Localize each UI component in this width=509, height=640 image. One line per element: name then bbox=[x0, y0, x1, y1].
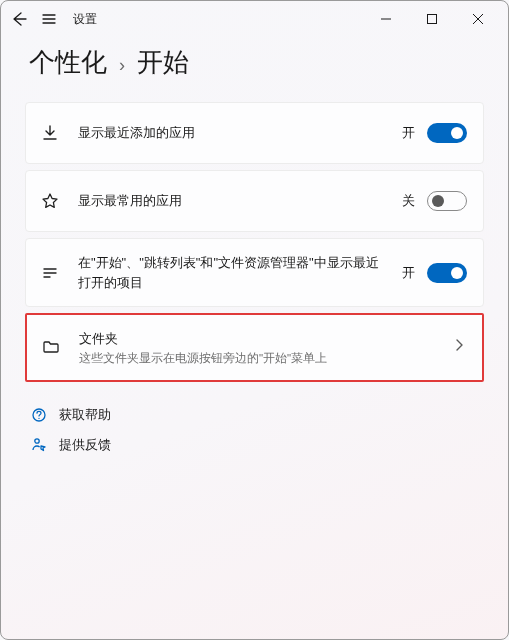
setting-title: 在"开始"、"跳转列表"和"文件资源管理器"中显示最近打开的项目 bbox=[78, 253, 384, 292]
setting-subtitle: 这些文件夹显示在电源按钮旁边的"开始"菜单上 bbox=[79, 351, 434, 366]
star-icon bbox=[40, 192, 60, 210]
chevron-right-icon: › bbox=[119, 56, 125, 74]
breadcrumb-parent[interactable]: 个性化 bbox=[29, 45, 107, 80]
breadcrumb-current: 开始 bbox=[137, 45, 189, 80]
feedback-label: 提供反馈 bbox=[59, 436, 111, 454]
close-button[interactable] bbox=[456, 4, 500, 34]
list-icon bbox=[40, 264, 60, 282]
setting-title: 文件夹 bbox=[79, 329, 434, 349]
chevron-right-icon bbox=[452, 338, 466, 356]
hamburger-menu-icon[interactable] bbox=[41, 11, 57, 27]
title-bar: 设置 bbox=[1, 1, 508, 37]
give-feedback-link[interactable]: 提供反馈 bbox=[31, 436, 478, 454]
download-icon bbox=[40, 124, 60, 142]
settings-window: 设置 个性化 › 开始 显示最近添加的应用 开 bbox=[0, 0, 509, 640]
app-title: 设置 bbox=[73, 11, 97, 28]
settings-list: 显示最近添加的应用 开 显示最常用的应用 关 在"开 bbox=[1, 102, 508, 382]
toggle-recent-items[interactable] bbox=[427, 263, 467, 283]
folder-icon bbox=[41, 338, 61, 356]
setting-folders[interactable]: 文件夹 这些文件夹显示在电源按钮旁边的"开始"菜单上 bbox=[25, 313, 484, 382]
minimize-button[interactable] bbox=[364, 4, 408, 34]
toggle-state-label: 开 bbox=[402, 124, 415, 142]
get-help-link[interactable]: 获取帮助 bbox=[31, 406, 478, 424]
toggle-recently-added[interactable] bbox=[427, 123, 467, 143]
help-icon bbox=[31, 407, 47, 423]
toggle-state-label: 开 bbox=[402, 264, 415, 282]
back-button[interactable] bbox=[11, 11, 27, 27]
toggle-most-used[interactable] bbox=[427, 191, 467, 211]
help-section: 获取帮助 提供反馈 bbox=[1, 382, 508, 454]
setting-title: 显示最近添加的应用 bbox=[78, 123, 384, 143]
maximize-button[interactable] bbox=[410, 4, 454, 34]
setting-title: 显示最常用的应用 bbox=[78, 191, 384, 211]
svg-rect-0 bbox=[428, 15, 437, 24]
setting-recently-added: 显示最近添加的应用 开 bbox=[25, 102, 484, 164]
feedback-icon bbox=[31, 437, 47, 453]
breadcrumb: 个性化 › 开始 bbox=[1, 37, 508, 102]
setting-recent-items: 在"开始"、"跳转列表"和"文件资源管理器"中显示最近打开的项目 开 bbox=[25, 238, 484, 307]
toggle-state-label: 关 bbox=[402, 192, 415, 210]
svg-point-2 bbox=[35, 438, 39, 442]
setting-most-used: 显示最常用的应用 关 bbox=[25, 170, 484, 232]
help-label: 获取帮助 bbox=[59, 406, 111, 424]
